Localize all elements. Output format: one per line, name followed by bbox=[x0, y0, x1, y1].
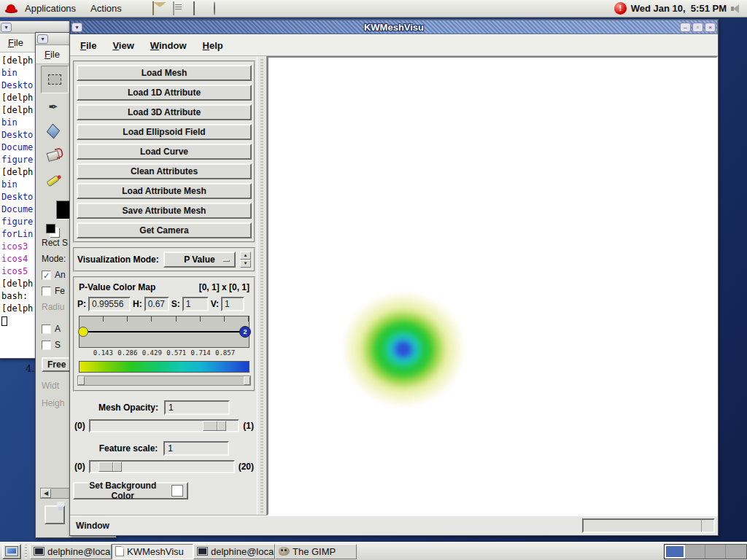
paths-tool[interactable]: ✒ bbox=[41, 95, 66, 118]
task-terminal-2[interactable]: delphine@loca bbox=[193, 544, 275, 559]
yellow-handle[interactable] bbox=[78, 327, 88, 337]
transform-tool[interactable] bbox=[41, 120, 66, 143]
task-terminal-1[interactable]: delphine@loca bbox=[30, 544, 112, 559]
get-camera-button[interactable]: Get Camera bbox=[77, 222, 252, 238]
bucket-icon bbox=[47, 150, 61, 162]
mail-launcher[interactable] bbox=[152, 2, 167, 15]
feature-max-label: (20) bbox=[239, 462, 254, 472]
menu-help[interactable]: Help bbox=[198, 40, 228, 51]
render-viewport[interactable] bbox=[267, 56, 718, 516]
workspace-3[interactable] bbox=[705, 545, 726, 559]
load-ellipsoid-field-button[interactable]: Load Ellipsoid Field bbox=[77, 124, 252, 140]
minimize-icon[interactable]: – bbox=[680, 23, 691, 32]
impress-launcher[interactable] bbox=[214, 2, 228, 15]
workspace-switcher bbox=[664, 544, 747, 559]
workspace-1[interactable] bbox=[665, 545, 685, 559]
monitor-icon bbox=[193, 1, 195, 15]
taskbar: delphine@loca KWMeshVisu delphine@loca T… bbox=[0, 542, 747, 560]
load-3d-attribute-button[interactable]: Load 3D Attribute bbox=[77, 104, 252, 120]
visualization-mode-label: Visualization Mode: bbox=[77, 254, 159, 265]
shear-icon bbox=[47, 123, 60, 139]
window-menu-icon[interactable]: ▾ bbox=[37, 34, 48, 44]
app-titlebar[interactable]: ▾ KWMeshVisu – ▫ × bbox=[70, 20, 718, 34]
terminal-cursor bbox=[1, 316, 7, 326]
s-value-field[interactable] bbox=[182, 297, 209, 311]
checkbox-checked-icon[interactable]: ✓ bbox=[42, 271, 51, 280]
save-button[interactable] bbox=[44, 505, 65, 524]
save-attribute-mesh-button[interactable]: Save Attribute Mesh bbox=[77, 203, 252, 219]
load-mesh-button[interactable]: Load Mesh bbox=[77, 65, 252, 81]
desktop-icon bbox=[5, 546, 18, 556]
p-value-spot bbox=[341, 291, 465, 408]
volume-icon[interactable] bbox=[731, 4, 741, 13]
bucket-fill-tool[interactable] bbox=[41, 144, 66, 168]
h-value-field[interactable] bbox=[144, 297, 169, 311]
checkbox-icon[interactable] bbox=[42, 341, 51, 350]
writer-launcher[interactable] bbox=[173, 2, 187, 15]
visualization-mode-spinner[interactable]: ▲ ▼ bbox=[240, 252, 251, 268]
menu-file[interactable]: File bbox=[76, 40, 101, 51]
update-alert-icon[interactable]: ! bbox=[614, 2, 627, 15]
load-curve-button[interactable]: Load Curve bbox=[77, 144, 252, 160]
load-1d-attribute-button[interactable]: Load 1D Attribute bbox=[77, 85, 252, 101]
terminal-menu-file[interactable]: File bbox=[0, 37, 32, 48]
feature-scale-slider[interactable] bbox=[89, 460, 235, 473]
p-value-field[interactable] bbox=[88, 297, 131, 311]
browser-launcher[interactable] bbox=[132, 2, 147, 15]
opacity-slider-thumb[interactable] bbox=[203, 421, 226, 431]
tick-label: 0.429 bbox=[142, 349, 162, 357]
redhat-menu-icon[interactable] bbox=[5, 4, 18, 14]
screen-launcher[interactable] bbox=[193, 2, 208, 15]
maximize-icon[interactable]: ▫ bbox=[692, 23, 703, 32]
window-menu-icon[interactable]: ▾ bbox=[1, 23, 12, 32]
menu-view[interactable]: View bbox=[108, 40, 138, 51]
background-color-swatch bbox=[171, 485, 183, 497]
app-statusbar: Window bbox=[70, 516, 718, 535]
mesh-opacity-slider[interactable] bbox=[89, 419, 240, 432]
window-menu-icon[interactable]: ▾ bbox=[71, 23, 82, 32]
range-right-handle[interactable] bbox=[244, 376, 250, 385]
spin-down-icon[interactable]: ▼ bbox=[240, 260, 251, 268]
task-kwmeshvisu[interactable]: KWMeshVisu bbox=[112, 544, 193, 559]
feature-slider-thumb[interactable] bbox=[98, 462, 122, 472]
clean-attributes-button[interactable]: Clean Attributes bbox=[77, 163, 252, 179]
applet-handle[interactable] bbox=[23, 544, 28, 559]
close-icon[interactable]: × bbox=[705, 23, 716, 32]
load-attribute-mesh-button[interactable]: Load Attribute Mesh bbox=[77, 183, 252, 199]
mail-icon bbox=[152, 1, 154, 15]
visualization-mode-dropdown[interactable]: P Value bbox=[163, 252, 236, 268]
spin-up-icon[interactable]: ▲ bbox=[240, 252, 251, 260]
workspace-4[interactable] bbox=[726, 545, 746, 559]
desktop-icon-label: 4. bbox=[26, 363, 34, 374]
checkbox-icon[interactable] bbox=[42, 287, 51, 296]
feature-scale-field[interactable] bbox=[163, 441, 229, 456]
top-panel: Applications Actions ! Wed Jan 10, 5:51 … bbox=[0, 0, 747, 18]
blue-handle[interactable]: 2 bbox=[239, 326, 251, 338]
tick-labels: 0.143 0.286 0.429 0.571 0.714 0.857 bbox=[79, 349, 249, 359]
actions-menu[interactable]: Actions bbox=[83, 3, 129, 14]
p-label: P: bbox=[77, 299, 86, 309]
rect-select-tool[interactable] bbox=[41, 66, 69, 93]
kwmeshvisu-window[interactable]: ▾ KWMeshVisu – ▫ × File View Window Help… bbox=[69, 19, 719, 536]
checkbox-icon[interactable] bbox=[42, 324, 51, 334]
show-desktop-button[interactable] bbox=[2, 544, 21, 559]
paintbrush-tool[interactable] bbox=[41, 169, 66, 192]
mesh-opacity-field[interactable] bbox=[164, 400, 230, 415]
scroll-left-icon[interactable]: ◀ bbox=[41, 489, 51, 498]
range-left-handle[interactable] bbox=[78, 376, 85, 385]
default-colors-icon[interactable] bbox=[46, 224, 55, 233]
colormap-range-scrollbar[interactable] bbox=[77, 376, 251, 386]
pane-divider[interactable] bbox=[257, 56, 267, 516]
workspace-2[interactable] bbox=[685, 545, 705, 559]
colormap-point-editor[interactable]: 2 bbox=[79, 316, 249, 348]
terminal-icon bbox=[197, 547, 208, 556]
set-background-color-button[interactable]: Set Background Color bbox=[73, 482, 188, 499]
applications-menu[interactable]: Applications bbox=[18, 3, 83, 14]
function-line bbox=[81, 331, 247, 332]
gimp-menu-file[interactable]: File bbox=[36, 49, 69, 60]
task-gimp[interactable]: The GIMP bbox=[275, 544, 357, 559]
clock[interactable]: Wed Jan 10, 5:51 PM bbox=[631, 3, 727, 14]
menu-window[interactable]: Window bbox=[146, 40, 191, 51]
v-value-field[interactable] bbox=[221, 297, 244, 311]
tick-label: 0.286 bbox=[117, 349, 137, 357]
